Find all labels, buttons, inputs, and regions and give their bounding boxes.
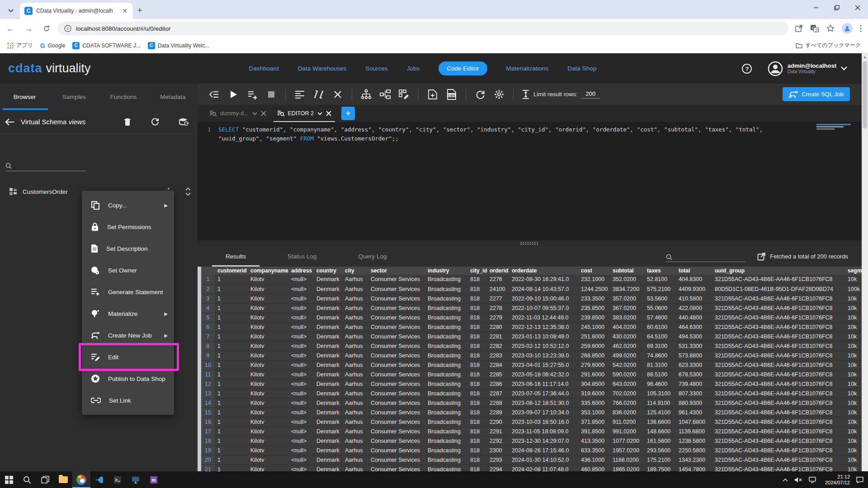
table-row[interactable]: 161Kilotv<null>DenmarkAarhusConsumer Ser…	[201, 417, 862, 427]
table-row[interactable]: 211Kilotv<null>DenmarkAarhusConsumer Ser…	[201, 465, 862, 471]
app-taskbar-icon-1[interactable]	[108, 471, 127, 488]
table-row[interactable]: 121Kilotv<null>DenmarkAarhusConsumer Ser…	[201, 379, 862, 389]
chevron-down-icon[interactable]	[317, 112, 322, 115]
file-explorer-icon[interactable]	[54, 471, 72, 488]
nav-materializations[interactable]: Materializations	[506, 65, 549, 72]
reload-icon[interactable]	[39, 21, 54, 36]
browser-tab[interactable]: C CData Virtuality - admin@localh ✕	[20, 3, 133, 19]
open-in-new-icon[interactable]	[757, 253, 765, 261]
forward-icon[interactable]: →	[21, 21, 36, 36]
delete-icon[interactable]	[123, 117, 132, 127]
column-header[interactable]: segment	[845, 267, 862, 275]
column-header[interactable]: orderdate	[509, 267, 578, 275]
explain-plan-icon[interactable]	[396, 87, 412, 102]
column-header[interactable]: customerid	[215, 267, 248, 275]
column-header[interactable]: cost	[578, 267, 610, 275]
settings-gear-icon[interactable]	[491, 87, 507, 102]
column-header[interactable]: subtotal	[610, 267, 644, 275]
table-row[interactable]: 51Kilotv<null>DenmarkAarhusConsumer Serv…	[201, 313, 862, 322]
menu-item-publish-to-data-shop[interactable]: Publish to Data Shop	[82, 368, 174, 389]
new-tab-button[interactable]: +	[137, 6, 142, 15]
taskbar-search-icon[interactable]	[18, 471, 36, 488]
stop-icon[interactable]	[264, 87, 279, 102]
translate-icon[interactable]: G文	[810, 24, 819, 33]
table-row[interactable]: 101Kilotv<null>DenmarkAarhusConsumer Ser…	[201, 360, 862, 370]
menu-item-generate-statement[interactable]: Generate Statement	[82, 281, 174, 303]
column-header[interactable]: country	[314, 267, 342, 275]
column-header[interactable]: city_id	[467, 267, 487, 275]
site-info-icon[interactable]	[64, 25, 71, 32]
chrome-taskbar-icon[interactable]	[72, 471, 90, 488]
table-row[interactable]: 81Kilotv<null>DenmarkAarhusConsumer Serv…	[201, 341, 862, 351]
tab-samples[interactable]: Samples	[49, 94, 99, 100]
user-menu[interactable]: admin@localhost Data Virtuality	[768, 61, 847, 76]
table-row[interactable]: 171Kilotv<null>DenmarkAarhusConsumer Ser…	[201, 427, 862, 436]
bookmark-cdata-software[interactable]: C CDATA SOFTWARE J...	[72, 42, 140, 49]
table-row[interactable]: 111Kilotv<null>DenmarkAarhusConsumer Ser…	[201, 370, 862, 379]
table-row[interactable]: 71Kilotv<null>DenmarkAarhusConsumer Serv…	[201, 332, 862, 341]
vscode-taskbar-icon[interactable]	[90, 471, 108, 488]
menu-item-copy[interactable]: Copy... ▶	[82, 194, 174, 216]
limit-value-input[interactable]: 200	[581, 90, 600, 99]
new-file-icon[interactable]	[425, 87, 440, 102]
address-bar[interactable]: localhost:8080/account/#/u/0/editor	[58, 22, 788, 35]
editor-tab-editor2[interactable]: EDITOR 2	[272, 105, 337, 122]
tab-search-button[interactable]	[5, 5, 17, 17]
bookmark-google[interactable]: G Google	[40, 42, 66, 49]
column-header[interactable]: orderid	[487, 267, 509, 275]
export-csv-icon[interactable]: CSV	[444, 87, 459, 102]
network-icon[interactable]	[809, 477, 816, 483]
column-header[interactable]: sector	[368, 267, 425, 275]
execute-from-cursor-icon[interactable]	[207, 87, 222, 102]
table-row[interactable]: 131Kilotv<null>DenmarkAarhusConsumer Ser…	[201, 389, 862, 398]
run-icon[interactable]	[226, 87, 241, 102]
share-icon[interactable]	[795, 24, 803, 33]
nav-sources[interactable]: Sources	[365, 65, 388, 72]
sql-editor[interactable]: 1 SELECT "customerid", "companyname", "a…	[198, 122, 862, 240]
tab-close-icon[interactable]: ✕	[120, 7, 129, 14]
execute-to-cursor-icon[interactable]	[245, 87, 260, 102]
hidden-icons-chevron[interactable]	[783, 478, 788, 482]
new-editor-tab-button[interactable]: +	[341, 107, 355, 120]
browser-menu-icon[interactable]	[860, 25, 862, 32]
nav-code-editor[interactable]: Code Editor	[439, 61, 487, 75]
close-tab-icon[interactable]	[326, 111, 331, 116]
minimize-button[interactable]	[806, 0, 826, 15]
table-row[interactable]: 21Kilotv<null>DenmarkAarhusConsumer Serv…	[201, 284, 862, 294]
volume-muted-icon[interactable]	[794, 477, 802, 483]
table-row[interactable]: 151Kilotv<null>DenmarkAarhusConsumer Ser…	[201, 408, 862, 417]
menu-item-create-new-job[interactable]: Create New Job ▶	[82, 324, 174, 346]
column-header[interactable]: total	[676, 267, 712, 275]
menu-item-set-permissions[interactable]: Set Permissions	[82, 216, 174, 238]
close-tab-icon[interactable]	[261, 111, 266, 116]
expand-collapse-icon[interactable]	[185, 188, 191, 196]
task-view-icon[interactable]	[36, 471, 54, 488]
tab-functions[interactable]: Functions	[99, 94, 148, 100]
column-header[interactable]: uuid_group	[712, 267, 845, 275]
table-row[interactable]: 141Kilotv<null>DenmarkAarhusConsumer Ser…	[201, 398, 862, 408]
panel-splitter[interactable]: ••••••••••••••••	[198, 240, 862, 246]
app-logo[interactable]: cdata virtuality	[8, 61, 91, 75]
menu-item-materialize[interactable]: Materialize ▶	[82, 303, 174, 324]
menu-item-set-owner[interactable]: Set Owner	[82, 259, 174, 281]
data-lineage-icon[interactable]	[377, 87, 393, 102]
start-button[interactable]	[0, 471, 18, 488]
column-header[interactable]	[201, 267, 215, 275]
help-icon[interactable]: ?	[741, 63, 752, 74]
column-header[interactable]: address	[288, 267, 314, 275]
results-vertical-scrollbar[interactable]	[198, 267, 201, 471]
maximize-button[interactable]	[826, 0, 847, 15]
table-row[interactable]: 191Kilotv<null>DenmarkAarhusConsumer Ser…	[201, 446, 862, 455]
nav-dashboard[interactable]: Dashboard	[249, 65, 279, 72]
chevron-down-icon[interactable]	[252, 112, 257, 115]
format-sql-icon[interactable]	[292, 87, 307, 102]
menu-item-edit[interactable]: Edit	[82, 346, 174, 368]
tab-status-log[interactable]: Status Log	[274, 246, 330, 267]
column-header[interactable]: industry	[425, 267, 467, 275]
all-bookmarks-button[interactable]: すべてのブックマーク	[796, 42, 861, 49]
taskbar-clock[interactable]: 21:12 2024/07/12	[825, 474, 850, 486]
nav-data-shop[interactable]: Data Shop	[567, 65, 596, 72]
bookmark-data-virtuality[interactable]: C Data Virtuality Welc...	[148, 42, 209, 49]
tab-query-log[interactable]: Query Log	[345, 246, 401, 267]
menu-item-set-link[interactable]: Set Link	[82, 389, 174, 411]
